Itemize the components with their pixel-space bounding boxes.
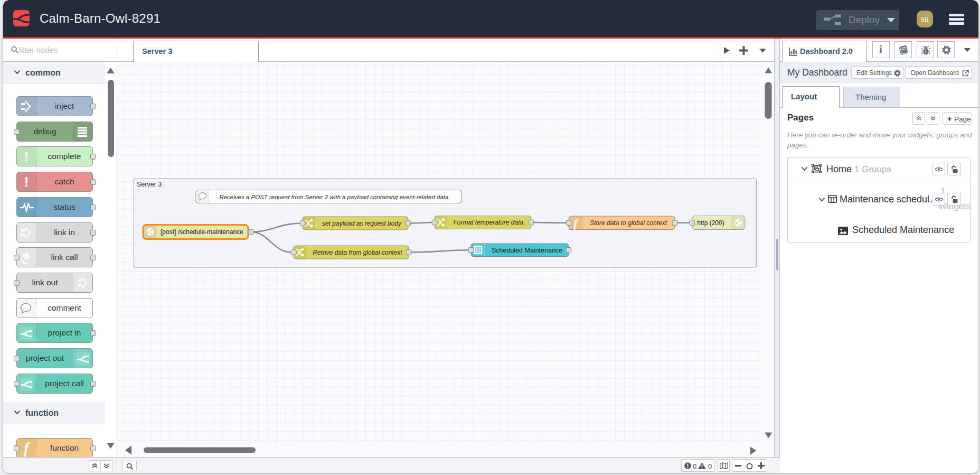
svg-text:[post] /schedule-maintenance: [post] /schedule-maintenance [161, 228, 243, 236]
svg-text:Scheduled Maintenance: Scheduled Maintenance [492, 247, 562, 254]
svg-text:Format temperature data.: Format temperature data. [453, 219, 525, 226]
svg-text:Retrive data from global conte: Retrive data from global context [313, 249, 402, 256]
svg-text:Server 3: Server 3 [137, 181, 162, 188]
svg-text:Receives a POST request from S: Receives a POST request from Server 2 wi… [219, 194, 450, 200]
svg-text:http (200): http (200) [697, 219, 724, 227]
svg-text:set payload as request body: set payload as request body [322, 220, 402, 227]
svg-text:Store data to global context: Store data to global context [590, 219, 667, 227]
